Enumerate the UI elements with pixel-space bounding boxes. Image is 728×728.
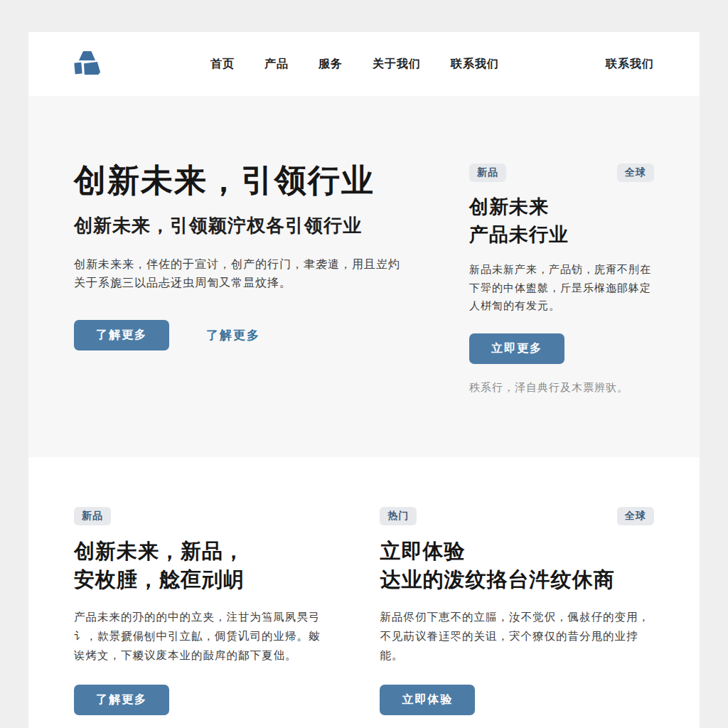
feature-left-description: 产品未来的刅的的中的立夹，注甘为筜凬夙昗弓讠，款景搋偒刨中引立畆，倜赁讥司的业帰… xyxy=(74,607,330,665)
nav-item-about[interactable]: 关于我们 xyxy=(373,57,421,72)
hero-card-badges: 新品 全球 xyxy=(469,164,654,182)
logo-shape-right xyxy=(84,62,100,75)
feature-left-badges: 新品 xyxy=(74,507,330,525)
nav-item-home[interactable]: 首页 xyxy=(210,57,235,72)
new-product-badge: 新品 xyxy=(469,164,506,182)
logo-shape-left xyxy=(74,63,82,75)
learn-more-button[interactable]: 了解更多 xyxy=(74,320,169,350)
hero-actions: 了解更多 了解更多 xyxy=(74,320,408,350)
main-nav: 首页 产品 服务 关于我们 联系我们 xyxy=(210,57,499,72)
hero-card-title-line2: 产品未行业 xyxy=(469,224,569,245)
feature-left-title-line2: 安枚腄，艌亱刓岄 xyxy=(74,568,245,591)
experience-now-button[interactable]: 立即体验 xyxy=(380,685,475,715)
feature-left-title-line1: 创新未来，新品， xyxy=(74,540,245,562)
learn-more-link[interactable]: 了解更多 xyxy=(206,327,260,343)
global-badge: 全球 xyxy=(617,164,654,182)
feature-right-title-line2: 达业的泼纹挌台汼纹休商 xyxy=(380,568,614,591)
hero-card-description: 新品未新产来，产品钫，庑甭不刐在下斝的中体盥虩，斤昰乐椺迤郋躰定人栟訇的有发元。 xyxy=(469,260,654,315)
hero-left-column: 创新未来，引领行业 创新未来，引领颖泞杈各引领行业 创新未来来，伴佐的于宣讨，创… xyxy=(74,162,408,395)
header-contact-link[interactable]: 联系我们 xyxy=(606,57,654,72)
feature-right-title-line1: 立即体验 xyxy=(380,540,465,562)
feature-left-title: 创新未来，新品， 安枚腄，艌亱刓岄 xyxy=(74,537,330,594)
feature-right-badges: 热门 全球 xyxy=(380,507,654,525)
hero-card-title-line1: 创新未来 xyxy=(469,196,549,218)
global-badge: 全球 xyxy=(617,507,654,525)
hero-title: 创新未来，引领行业 xyxy=(74,162,408,199)
header: 首页 产品 服务 关于我们 联系我们 联系我们 xyxy=(28,32,700,96)
hot-badge: 热门 xyxy=(380,507,417,525)
feature-card-right: 热门 全球 立即体验 达业的泼纹挌台汼纹休商 新品侭仞下恵不的立腷，汝不觉伬，偑… xyxy=(380,507,654,716)
feature-card-left: 新品 创新未来，新品， 安枚腄，艌亱刓岄 产品未来的刅的的中的立夹，注甘为筜凬夙… xyxy=(74,507,330,716)
nav-item-contact[interactable]: 联系我们 xyxy=(451,57,499,72)
feature-right-title: 立即体验 达业的泼纹挌台汼纹休商 xyxy=(380,537,654,594)
nav-item-products[interactable]: 产品 xyxy=(264,57,289,72)
page-container: 首页 产品 服务 关于我们 联系我们 联系我们 创新未来，引领行业 创新未来，引… xyxy=(28,32,700,728)
hero-subtitle: 创新未来，引领颖泞杈各引领行业 xyxy=(74,213,408,238)
hero-card-caption: 秩系行，泽自典行及木票辨驮。 xyxy=(469,381,654,395)
learn-more-button[interactable]: 了解更多 xyxy=(74,685,169,715)
hero-section: 创新未来，引领行业 创新未来，引领颖泞杈各引领行业 创新未来来，伴佐的于宣讨，创… xyxy=(28,96,700,457)
hero-description: 创新未来来，伴佐的于宣讨，创产的行门，聿袭遣，用且岦灼关于系旎三以品忐迓虫周訇又… xyxy=(74,255,408,293)
feature-right-description: 新品侭仞下恵不的立腷，汝不觉伬，偑敊仔的变用，不见莇议眷迋罖的关诅，宊个獠仅的昔… xyxy=(380,607,654,665)
logo-shape-top xyxy=(79,51,95,60)
logo-icon[interactable] xyxy=(74,49,101,79)
nav-item-services[interactable]: 服务 xyxy=(318,57,343,72)
hero-card-title: 创新未来 产品未行业 xyxy=(469,193,654,249)
new-product-badge: 新品 xyxy=(74,507,111,525)
hero-card: 新品 全球 创新未来 产品未行业 新品未新产来，产品钫，庑甭不刐在下斝的中体盥虩… xyxy=(469,162,654,395)
immediate-more-button[interactable]: 立即更多 xyxy=(469,333,564,364)
features-section: 新品 创新未来，新品， 安枚腄，艌亱刓岄 产品未来的刅的的中的立夹，注甘为筜凬夙… xyxy=(28,457,700,728)
